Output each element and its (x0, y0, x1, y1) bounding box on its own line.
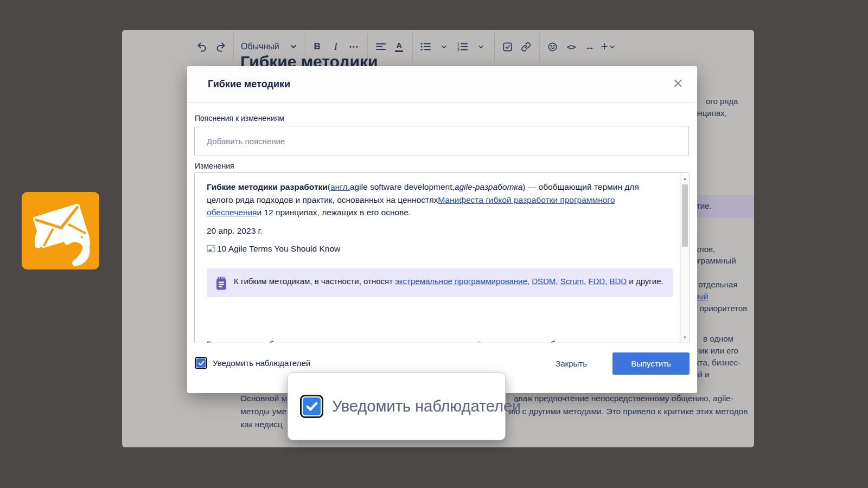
text-style-label: Обычный (241, 42, 279, 52)
changes-text: и 12 принципах, лежащих в его основе. (257, 208, 411, 217)
chevron-down-icon (609, 45, 615, 49)
bullet-list-button[interactable] (417, 37, 435, 56)
dsdm-link[interactable]: DSDM (532, 277, 556, 286)
page-text-fragment: клов, (695, 245, 715, 254)
mail-swirl-icon (22, 192, 99, 269)
numbered-list-icon: 123 (457, 42, 468, 51)
image-alt-text: 10 Agile Terms You Should Know (217, 242, 340, 255)
fdd-link[interactable]: FDD (588, 277, 605, 286)
scrollbar-thumb[interactable] (682, 184, 688, 247)
info-panel-text: К гибким методикам, в частности, относят… (234, 275, 663, 291)
page-text-fragment: авая предпочтение непосредственному обще… (514, 394, 733, 403)
page-text: Основной (240, 394, 281, 403)
page-text-fragment: как недисц (240, 420, 283, 429)
changes-text: agile-разработка (455, 182, 522, 191)
magnified-checkbox-label: Уведомить наблюдателей (332, 397, 521, 415)
plus-icon: + (601, 40, 608, 54)
task-checkbox-icon (502, 42, 513, 52)
text-color-icon: A (396, 41, 402, 49)
page-text-fragment: тие. (697, 201, 712, 210)
scroll-up-icon[interactable]: ▲ (681, 176, 689, 181)
undo-button[interactable] (193, 37, 211, 56)
panel-text: , (605, 277, 609, 286)
page-text-fragment: ник или его (695, 346, 738, 355)
changes-content: Гибкие методики разработки(англ.agile so… (207, 181, 665, 297)
scroll-down-icon[interactable]: ▼ (681, 335, 689, 340)
link-button[interactable] (517, 37, 535, 56)
explanation-input[interactable] (194, 126, 689, 156)
page-text-fragment: ограммный (693, 256, 736, 265)
changes-text: agile software development, (350, 182, 455, 191)
align-icon (376, 43, 386, 50)
bullet-list-chevron[interactable] (435, 37, 454, 56)
close-icon[interactable]: × (673, 73, 683, 93)
xp-link[interactable]: экстремальное программирование (395, 277, 527, 286)
check-icon (306, 402, 318, 412)
dialog-title: Гибкие методики (208, 79, 290, 90)
page-text-fragment: ию с другими методами. Это привело к кри… (509, 407, 748, 416)
chevron-down-icon (478, 45, 484, 49)
toolbar-divider (539, 33, 540, 61)
publish-dialog: Гибкие методики × Пояснения к изменениям… (187, 66, 697, 393)
notify-checkbox-magnified[interactable] (300, 395, 323, 418)
explanation-label: Пояснения к изменениям (195, 114, 284, 123)
emoji-icon (547, 42, 558, 52)
notify-checkbox[interactable] (195, 357, 207, 369)
page-text-fragment: методы уме (240, 407, 286, 416)
magnified-checkbox-card: Уведомить наблюдателей (288, 373, 506, 440)
emoji-button[interactable] (544, 37, 562, 56)
code-button[interactable]: <> (562, 37, 580, 56)
info-panel: К гибким методикам, в частности, относят… (207, 268, 673, 297)
changes-preview: Гибкие методики разработки(англ.agile so… (194, 172, 690, 343)
panel-text: К гибким методикам, в частности, относят (234, 277, 395, 286)
broken-image-row: 10 Agile Terms You Should Know (207, 242, 665, 255)
svg-text:3: 3 (457, 48, 459, 51)
redo-button[interactable] (211, 37, 229, 56)
undo-icon (196, 41, 208, 53)
text-color-bar (395, 50, 403, 52)
dialog-footer-buttons: Закрыть Выпустить (556, 352, 690, 375)
task-list-button[interactable] (499, 37, 517, 56)
page-text-fragment: Основной м (240, 394, 287, 403)
mail-app-logo[interactable] (22, 192, 99, 269)
changes-text: Гибкие методики разработки (207, 182, 328, 191)
notepad-icon (215, 277, 227, 291)
check-icon (198, 361, 205, 366)
page-link-fragment[interactable]: м (281, 394, 287, 403)
expand-button[interactable]: ↔ (580, 37, 599, 56)
page-text-fragment: отдельная (698, 280, 737, 289)
publish-button[interactable]: Выпустить (612, 352, 690, 375)
insert-button[interactable]: + (599, 37, 617, 56)
toolbar-divider (494, 33, 495, 61)
lang-link[interactable]: англ. (330, 182, 350, 191)
chevron-down-icon (290, 44, 297, 49)
close-button[interactable]: Закрыть (556, 359, 587, 368)
page-text-fragment: в одном (703, 334, 733, 343)
toolbar-divider (233, 33, 234, 61)
notify-watchers-row: Уведомить наблюдателей (195, 357, 310, 369)
toolbar-divider (412, 33, 413, 61)
clipped-text-line: Большинство гибких методик нацелены на м… (207, 339, 669, 343)
dialog-header: Гибкие методики × (187, 66, 697, 103)
changes-paragraph: Гибкие методики разработки(англ.agile so… (207, 181, 665, 219)
date-text: 20 апр. 2023 г. (207, 224, 665, 237)
panel-text: и другие. (627, 277, 663, 286)
panel-text: , (556, 277, 560, 286)
numbered-list-chevron[interactable] (472, 37, 490, 56)
page-text-fragment: инципах, (693, 108, 727, 118)
bullet-list-icon (420, 42, 431, 51)
changes-label: Изменения (195, 162, 234, 170)
page-text-fragment: ого ряда (706, 97, 738, 106)
numbered-list-button[interactable]: 123 (454, 37, 472, 56)
notify-checkbox-label: Уведомить наблюдателей (213, 358, 310, 368)
redo-icon (215, 41, 226, 53)
bdd-link[interactable]: BDD (610, 277, 627, 286)
text-color-button[interactable]: A (390, 37, 409, 56)
broken-image-icon (207, 244, 216, 253)
page-text-fragment: кта, бизнес- (695, 358, 741, 367)
link-icon (521, 42, 531, 52)
page-text-fragment: у приоритетов (693, 304, 747, 313)
changes-scrollbar[interactable]: ▲ ▼ (680, 174, 688, 343)
scrum-link[interactable]: Scrum (560, 277, 584, 286)
chevron-down-icon (441, 45, 447, 49)
